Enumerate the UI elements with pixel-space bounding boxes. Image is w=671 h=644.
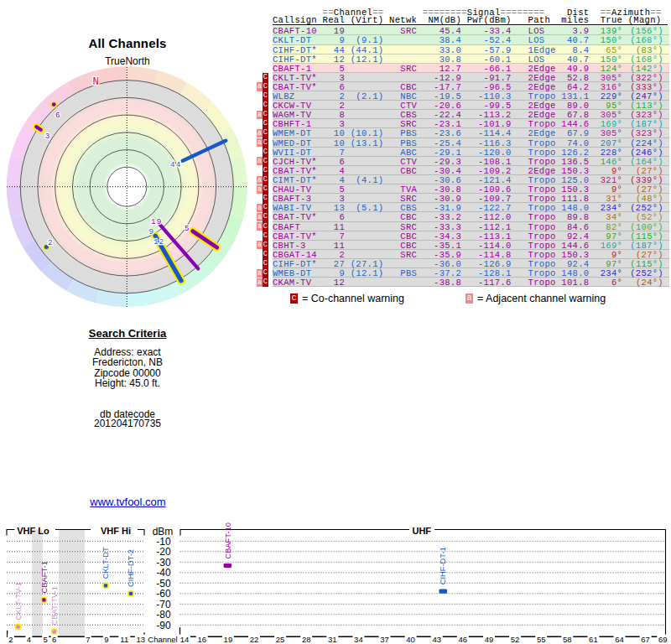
svg-text:40: 40 xyxy=(406,635,415,644)
svg-text:6: 6 xyxy=(52,635,56,644)
svg-text:N: N xyxy=(92,76,99,88)
svg-text:46: 46 xyxy=(459,635,468,644)
svg-text:7: 7 xyxy=(86,635,90,644)
svg-text:25: 25 xyxy=(276,635,285,644)
svg-text:69: 69 xyxy=(658,635,668,644)
svg-text:CIHF-DT-2: CIHF-DT-2 xyxy=(127,549,135,587)
svg-text:52: 52 xyxy=(511,635,520,644)
svg-text:CBAFT-10: CBAFT-10 xyxy=(224,522,232,558)
svg-text:28: 28 xyxy=(302,635,311,644)
svg-text:34: 34 xyxy=(354,635,363,644)
svg-text:31: 31 xyxy=(328,635,337,644)
svg-text:49: 49 xyxy=(485,635,494,644)
svg-text:UHF: UHF xyxy=(412,526,431,536)
svg-text:CKLT-TV-1: CKLT-TV-1 xyxy=(14,582,23,620)
svg-text:19: 19 xyxy=(151,217,162,226)
svg-text:4: 4 xyxy=(27,635,31,644)
svg-text:CBAFT-1: CBAFT-1 xyxy=(40,561,49,593)
svg-text:3: 3 xyxy=(45,132,51,141)
svg-text:37: 37 xyxy=(380,635,389,644)
svg-text:58: 58 xyxy=(563,635,572,644)
svg-text:64: 64 xyxy=(615,635,624,644)
svg-text:9: 9 xyxy=(148,227,154,236)
svg-text:43: 43 xyxy=(432,635,441,644)
svg-text:2: 2 xyxy=(48,238,54,247)
svg-text:5: 5 xyxy=(44,635,48,644)
svg-text:12: 12 xyxy=(153,237,164,247)
svg-text:CBAT-TV-1: CBAT-TV-1 xyxy=(50,586,59,625)
svg-text:9: 9 xyxy=(104,635,108,644)
svg-text:22: 22 xyxy=(250,635,259,644)
svg-text:14: 14 xyxy=(180,635,190,644)
svg-text:5: 5 xyxy=(185,224,190,233)
svg-text:11: 11 xyxy=(120,635,128,644)
svg-text:13: 13 xyxy=(137,635,146,644)
svg-text:CKLT-DT: CKLT-DT xyxy=(101,547,110,579)
svg-text:61: 61 xyxy=(589,635,598,644)
svg-text:67: 67 xyxy=(641,635,650,644)
svg-text:19: 19 xyxy=(224,635,233,644)
svg-text:VHF Lo: VHF Lo xyxy=(17,526,49,536)
svg-text:55: 55 xyxy=(537,635,546,644)
svg-text:44: 44 xyxy=(170,160,181,169)
svg-text:CIHF-DT-1: CIHF-DT-1 xyxy=(439,547,447,584)
svg-text:VHF Hi: VHF Hi xyxy=(101,526,131,536)
svg-text:6: 6 xyxy=(55,111,61,120)
svg-text:2: 2 xyxy=(8,635,13,644)
svg-text:-90: -90 xyxy=(156,620,171,631)
svg-text:16: 16 xyxy=(197,635,206,644)
svg-text:Channel: Channel xyxy=(148,635,177,644)
